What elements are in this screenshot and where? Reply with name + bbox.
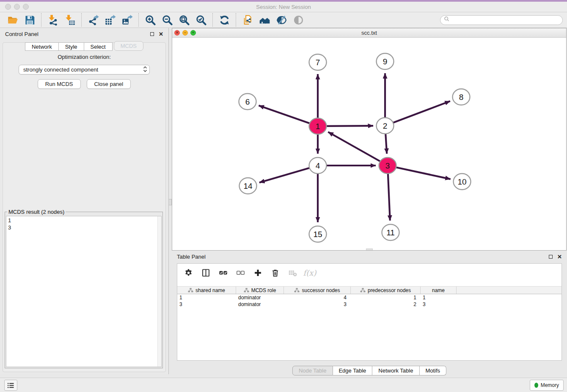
float-table-panel-icon[interactable] — [549, 255, 553, 259]
control-panel-tabs: NetworkStyleSelectMCDS — [0, 41, 168, 51]
mcds-result-fieldset: MCDS result (2 nodes) 13 — [5, 209, 163, 368]
control-tab-mcds[interactable]: MCDS — [114, 41, 143, 51]
search-input[interactable] — [452, 17, 559, 23]
result-scrollbar[interactable] — [157, 216, 161, 367]
control-tab-select[interactable]: Select — [84, 42, 113, 51]
criterion-dropdown[interactable]: strongly connected component — [19, 65, 150, 75]
control-tab-style[interactable]: Style — [59, 42, 84, 51]
zoom-selected-icon[interactable] — [195, 14, 207, 26]
add-row-icon[interactable] — [253, 268, 262, 277]
node-label-10: 10 — [457, 177, 466, 186]
close-panel-icon[interactable]: ✕ — [159, 31, 163, 37]
select-all-icon[interactable] — [218, 268, 228, 277]
refresh-icon[interactable] — [218, 14, 231, 26]
node-label-4: 4 — [316, 161, 320, 170]
network-resize-handle[interactable] — [366, 248, 373, 250]
network-zoom-button[interactable]: + — [190, 30, 196, 36]
tab-edge-table[interactable]: Edge Table — [333, 366, 372, 375]
delete-row-icon[interactable] — [270, 268, 280, 277]
cell-name[interactable]: 1 — [421, 294, 457, 301]
toolbar-separator — [212, 13, 213, 27]
result-line: 3 — [8, 224, 160, 231]
close-panel-button[interactable]: Close panel — [87, 79, 131, 89]
toolbar-separator — [41, 13, 41, 27]
network-canvas[interactable]: 7968124314101511 — [172, 38, 566, 250]
network-view-window: ✕ − + scc.txt 7968124314101511 — [172, 28, 567, 251]
main-toolbar — [0, 12, 567, 28]
column-header-shared-name[interactable]: shared name — [177, 287, 236, 294]
cell-predecessor-nodes[interactable]: 1 — [351, 294, 421, 301]
column-header-predecessor-nodes[interactable]: predecessor nodes — [351, 287, 421, 294]
tab-motifs[interactable]: Motifs — [419, 366, 446, 375]
task-history-button[interactable] — [4, 380, 17, 391]
cell-shared-name[interactable]: 3 — [177, 301, 236, 308]
save-session-icon[interactable] — [23, 14, 36, 26]
settings-icon[interactable] — [184, 268, 193, 277]
mcds-result-text[interactable]: 13 — [6, 216, 162, 367]
search-box[interactable] — [440, 15, 563, 25]
cell-MCDS-role[interactable]: dominator — [236, 294, 284, 301]
columns-icon[interactable] — [201, 268, 210, 277]
edge-2-8[interactable] — [385, 101, 450, 126]
import-table-icon[interactable] — [63, 14, 76, 26]
cell-successor-nodes[interactable]: 3 — [284, 301, 351, 308]
zoom-fit-icon[interactable] — [178, 14, 190, 26]
node-label-3: 3 — [385, 161, 390, 170]
network-minimize-button[interactable]: − — [182, 30, 188, 36]
close-table-panel-icon[interactable]: ✕ — [557, 254, 562, 259]
status-bar: Memory — [0, 378, 567, 392]
home-icon[interactable] — [258, 14, 271, 26]
node-label-7: 7 — [316, 58, 320, 67]
column-header-successor-nodes[interactable]: successor nodes — [284, 287, 351, 294]
network-close-button[interactable]: ✕ — [174, 30, 180, 36]
node-label-2: 2 — [383, 121, 388, 130]
export-network-icon[interactable] — [87, 14, 99, 26]
splitter-handle[interactable] — [168, 199, 172, 205]
node-label-1: 1 — [316, 122, 320, 131]
open-session-icon[interactable] — [6, 14, 19, 26]
cell-predecessor-nodes[interactable]: 2 — [351, 301, 421, 308]
toolbar-icons — [4, 13, 307, 27]
toolbar-separator — [81, 13, 82, 27]
edge-3-10[interactable] — [388, 166, 451, 179]
table-toolbar: f(x) — [177, 264, 561, 282]
node-label-9: 9 — [383, 57, 388, 66]
cell-name[interactable]: 3 — [421, 301, 457, 308]
float-panel-icon[interactable] — [150, 32, 154, 36]
cell-shared-name[interactable]: 1 — [177, 294, 236, 301]
import-network-icon[interactable] — [47, 14, 59, 26]
delete-table-icon — [288, 268, 297, 277]
export-table-icon[interactable] — [104, 14, 116, 26]
cell-MCDS-role[interactable]: dominator — [236, 301, 284, 308]
list-icon — [7, 382, 14, 389]
mcds-result-title: MCDS result (2 nodes) — [7, 209, 66, 215]
toolbar-separator — [236, 13, 236, 27]
table-row[interactable]: 3dominator323 — [177, 301, 561, 308]
eye-icon[interactable] — [292, 14, 305, 26]
deselect-all-icon[interactable] — [236, 268, 245, 277]
network-window-title: scc.txt — [172, 30, 566, 36]
clone-network-icon[interactable] — [241, 14, 254, 26]
node-label-6: 6 — [245, 97, 250, 106]
node-label-8: 8 — [459, 93, 464, 102]
visual-inspector-icon[interactable] — [275, 14, 288, 26]
edge-1-6[interactable] — [259, 105, 318, 126]
tab-node-table[interactable]: Node Table — [292, 366, 333, 375]
table-row[interactable]: 1dominator411 — [177, 294, 561, 301]
tab-network-table[interactable]: Network Table — [372, 366, 419, 375]
run-mcds-button[interactable]: Run MCDS — [38, 79, 81, 89]
column-header-name[interactable]: name — [421, 287, 457, 294]
zoom-in-icon[interactable] — [144, 14, 157, 26]
zoom-out-icon[interactable] — [161, 14, 173, 26]
control-panel-header: Control Panel ✕ — [0, 28, 168, 40]
edge-3-1[interactable] — [328, 132, 388, 166]
memory-button[interactable]: Memory — [530, 380, 564, 391]
node-label-11: 11 — [386, 228, 395, 237]
export-image-icon[interactable] — [121, 14, 133, 26]
cell-successor-nodes[interactable]: 4 — [284, 294, 351, 301]
column-header-MCDS-role[interactable]: MCDS role — [236, 287, 284, 294]
app-titlebar: Session: New Session — [0, 2, 567, 12]
node-label-15: 15 — [313, 230, 322, 239]
table-body: 1dominator4113dominator323 — [177, 294, 561, 308]
control-tab-network[interactable]: Network — [25, 42, 59, 51]
